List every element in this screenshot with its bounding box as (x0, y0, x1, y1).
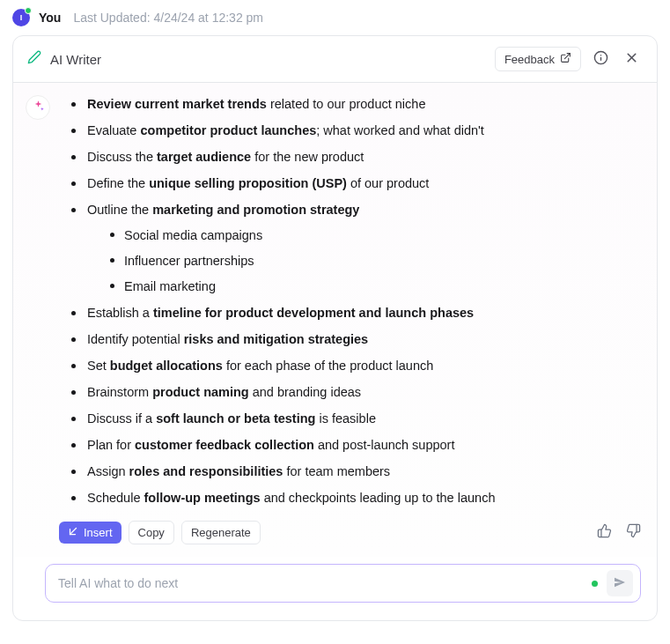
list-item: Assign roles and responsibilities for te… (71, 463, 644, 481)
feedback-label: Feedback (504, 53, 555, 66)
insert-label: Insert (84, 526, 113, 539)
page-header: I You Last Updated: 4/24/24 at 12:32 pm (0, 0, 670, 35)
close-button[interactable] (621, 47, 643, 71)
info-button[interactable] (590, 47, 612, 71)
prompt-input[interactable] (58, 576, 583, 590)
list-item: Schedule follow-up meetings and checkpoi… (71, 489, 644, 507)
panel-body: Review current market trends related to … (13, 83, 657, 557)
close-icon (624, 50, 639, 68)
bullet-list: Review current market trends related to … (59, 95, 644, 507)
insert-button[interactable]: Insert (59, 522, 121, 544)
live-dot (592, 581, 598, 587)
list-item: Outline the marketing and promotion stra… (71, 201, 644, 296)
list-item: Email marketing (110, 278, 644, 296)
sub-bullet-list: Social media campaignsInfluencer partner… (87, 226, 644, 296)
svg-line-6 (70, 528, 77, 534)
send-icon (613, 575, 627, 592)
pencil-icon (27, 50, 41, 68)
feedback-button[interactable]: Feedback (495, 47, 581, 71)
list-item: Influencer partnerships (110, 252, 644, 270)
list-item: Social media campaigns (110, 226, 644, 245)
insert-arrow-icon (68, 526, 78, 539)
external-link-icon (560, 52, 571, 66)
list-item: Discuss the target audience for the new … (71, 148, 644, 167)
list-item: Discuss if a soft launch or beta testing… (71, 410, 644, 428)
panel-header: AI Writer Feedback (13, 36, 657, 83)
list-item: Set budget allocations for each phase of… (71, 357, 644, 375)
svg-line-0 (564, 54, 570, 59)
presence-dot (25, 7, 32, 14)
list-item: Plan for customer feedback collection an… (71, 436, 644, 455)
thumbs-down-button[interactable] (622, 520, 644, 544)
prompt-input-wrap[interactable] (45, 564, 641, 603)
list-item: Review current market trends related to … (71, 95, 644, 114)
regenerate-button[interactable]: Regenerate (181, 521, 261, 544)
copy-button[interactable]: Copy (129, 521, 174, 544)
list-item: Identify potential risks and mitigation … (71, 330, 644, 349)
you-label: You (39, 11, 61, 25)
list-item: Brainstorm product naming and branding i… (71, 383, 644, 402)
input-row (13, 557, 657, 620)
send-button[interactable] (607, 570, 633, 596)
avatar: I (12, 9, 30, 26)
panel-title: AI Writer (50, 52, 486, 67)
list-item: Evaluate competitor product launches; wh… (71, 122, 644, 140)
thumbs-down-icon (626, 528, 641, 541)
ai-writer-panel: AI Writer Feedback Review current market… (12, 35, 658, 621)
sparkle-badge (26, 95, 50, 120)
sparkle-icon (32, 100, 45, 116)
thumbs-up-icon (597, 528, 612, 541)
info-icon (593, 50, 608, 68)
content-area: Review current market trends related to … (59, 95, 644, 550)
thumbs-up-button[interactable] (593, 520, 615, 544)
last-updated-label: Last Updated: 4/24/24 at 12:32 pm (73, 11, 263, 25)
list-item: Establish a timeline for product develop… (71, 304, 644, 322)
action-row: Insert Copy Regenerate (59, 520, 644, 550)
list-item: Define the unique selling proposition (U… (71, 174, 644, 193)
